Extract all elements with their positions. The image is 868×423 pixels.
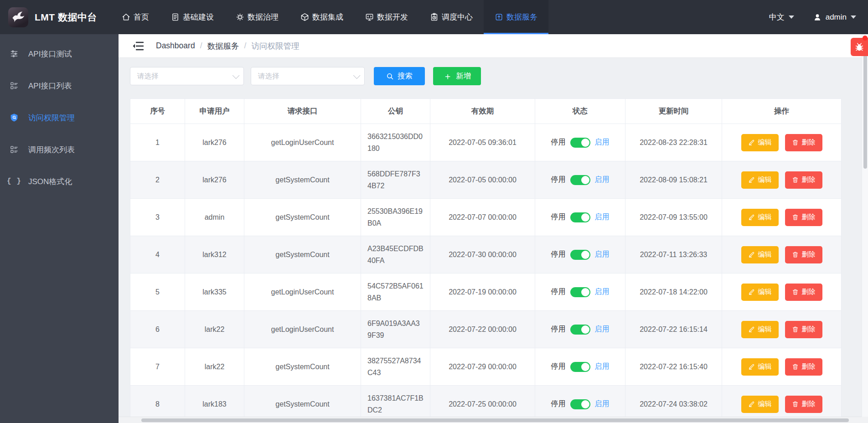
- status-toggle[interactable]: [570, 212, 590, 222]
- trash-icon: [792, 401, 799, 408]
- trash-icon: [792, 176, 799, 183]
- delete-button[interactable]: 删除: [785, 284, 822, 301]
- cell-valid-until: 2022-07-19 00:00:00: [430, 273, 535, 311]
- cell-pubkey: 568DDFE787F34B72: [361, 161, 430, 199]
- status-toggle[interactable]: [570, 362, 590, 372]
- status-off-label: 停用: [551, 212, 566, 222]
- status-on-label[interactable]: 启用: [595, 212, 610, 222]
- status-toggle[interactable]: [570, 325, 590, 335]
- cell-user: lark276: [185, 161, 244, 199]
- cell-api: getSystemCount: [244, 161, 361, 199]
- nav-item-home[interactable]: 首页: [111, 0, 160, 34]
- cell-updated-at: 2022-08-09 15:08:21: [625, 161, 722, 199]
- status-on-label[interactable]: 启用: [595, 287, 610, 297]
- edit-button[interactable]: 编辑: [741, 134, 779, 151]
- pencil-icon: [748, 289, 755, 295]
- cell-updated-at: 2022-07-22 16:15:14: [625, 311, 722, 348]
- bug-report-button[interactable]: [851, 38, 868, 56]
- edit-button[interactable]: 编辑: [741, 396, 779, 413]
- language-switcher[interactable]: 中文: [769, 12, 794, 22]
- breadcrumb-data-service[interactable]: 数据服务: [207, 41, 239, 52]
- filter-select-api[interactable]: 请选择: [251, 67, 365, 85]
- sidebar-item-api-list[interactable]: API接口列表: [0, 70, 119, 102]
- sidebar-item-call-frequency[interactable]: 调用频次列表: [0, 134, 119, 165]
- delete-button[interactable]: 删除: [785, 246, 822, 263]
- trash-icon: [792, 326, 799, 333]
- delete-button[interactable]: 删除: [785, 321, 822, 338]
- status-on-label[interactable]: 启用: [595, 250, 610, 259]
- monitor-icon: [365, 13, 374, 21]
- edit-button[interactable]: 编辑: [741, 209, 779, 226]
- cell-valid-until: 2022-07-22 00:00:00: [430, 311, 535, 348]
- delete-button[interactable]: 删除: [785, 209, 822, 226]
- brand: LMT 数据中台: [0, 7, 97, 27]
- cell-updated-at: 2022-07-18 14:22:00: [625, 273, 722, 311]
- status-toggle[interactable]: [570, 250, 590, 260]
- breadcrumb-dashboard[interactable]: Dashboard: [156, 41, 195, 51]
- cell-index: 1: [130, 124, 185, 161]
- edit-button[interactable]: 编辑: [741, 246, 779, 263]
- pencil-icon: [748, 326, 755, 333]
- vertical-scrollbar[interactable]: [862, 34, 868, 423]
- search-button[interactable]: 搜索: [374, 67, 425, 85]
- table-row: 6 lark22 getLoginUserCount 6F9A019A3AA39…: [130, 311, 842, 348]
- sidebar-fold-icon[interactable]: [132, 41, 144, 51]
- status-on-label[interactable]: 启用: [595, 175, 610, 185]
- navbar-right: 中文 admin: [769, 12, 868, 22]
- cube-icon: [300, 13, 309, 21]
- cell-pubkey: 54C572B5AF0618AB: [361, 273, 430, 311]
- status-off-label: 停用: [551, 138, 566, 147]
- status-toggle[interactable]: [570, 138, 590, 148]
- header-index: 序号: [130, 99, 185, 124]
- content-area: 请选择 请选择 搜索 ＋ 新增: [119, 58, 868, 423]
- sidebar-item-json-format[interactable]: { } JSON格式化: [0, 165, 119, 197]
- status-on-label[interactable]: 启用: [595, 362, 610, 371]
- status-on-label[interactable]: 启用: [595, 399, 610, 409]
- filter-select-user[interactable]: 请选择: [130, 67, 244, 85]
- nav-item-data-integration[interactable]: 数据集成: [289, 0, 354, 34]
- pencil-icon: [748, 251, 755, 258]
- delete-button[interactable]: 删除: [785, 396, 822, 413]
- edit-button[interactable]: 编辑: [741, 358, 779, 376]
- sliders-icon: [9, 49, 19, 58]
- edit-button[interactable]: 编辑: [741, 321, 779, 338]
- pencil-icon: [748, 363, 755, 370]
- nav-item-data-governance[interactable]: 数据治理: [225, 0, 289, 34]
- status-on-label[interactable]: 启用: [595, 325, 610, 334]
- horizontal-scrollbar-thumb[interactable]: [141, 418, 849, 422]
- nav-item-schedule-center[interactable]: 调度中心: [419, 0, 484, 34]
- cell-api: getLoginUserCount: [244, 311, 361, 348]
- status-toggle[interactable]: [570, 175, 590, 185]
- cell-updated-at: 2022-08-23 22:28:31: [625, 124, 722, 161]
- sidebar-item-api-test[interactable]: API接口测试: [0, 38, 119, 70]
- gear-icon: [236, 13, 244, 21]
- edit-button[interactable]: 编辑: [741, 171, 779, 189]
- cell-pubkey: 38275527A8734C43: [361, 348, 430, 386]
- header-status: 状态: [535, 99, 625, 124]
- delete-button[interactable]: 删除: [785, 171, 822, 189]
- document-icon: [171, 13, 180, 21]
- cell-index: 5: [130, 273, 185, 311]
- nav-item-data-service[interactable]: 数据服务: [484, 0, 548, 34]
- nav-item-infrastructure[interactable]: 基础建设: [160, 0, 225, 34]
- search-icon: [386, 72, 394, 80]
- delete-button[interactable]: 删除: [785, 134, 822, 151]
- vertical-scrollbar-thumb[interactable]: [863, 36, 867, 169]
- main-menu: 首页 基础建设 数据治理 数据集成 数据开发 调度中心 数据服务: [111, 0, 548, 34]
- add-button[interactable]: ＋ 新增: [433, 67, 481, 85]
- cell-actions: 编辑 删除: [722, 199, 842, 236]
- plus-icon: ＋: [443, 72, 452, 81]
- status-on-label[interactable]: 启用: [595, 138, 610, 147]
- breadcrumb: Dashboard / 数据服务 / 访问权限管理: [156, 41, 299, 52]
- delete-button[interactable]: 删除: [785, 358, 822, 376]
- status-toggle[interactable]: [570, 287, 590, 297]
- status-toggle[interactable]: [570, 399, 590, 409]
- cell-index: 6: [130, 311, 185, 348]
- sidebar-item-access-permission[interactable]: 访问权限管理: [0, 102, 119, 134]
- user-menu[interactable]: admin: [813, 13, 856, 22]
- cell-updated-at: 2022-07-11 13:26:33: [625, 236, 722, 273]
- nav-item-data-development[interactable]: 数据开发: [354, 0, 419, 34]
- table-row: 7 lark22 getSystemCount 38275527A8734C43…: [130, 348, 842, 386]
- horizontal-scrollbar[interactable]: [119, 417, 862, 423]
- edit-button[interactable]: 编辑: [741, 284, 779, 301]
